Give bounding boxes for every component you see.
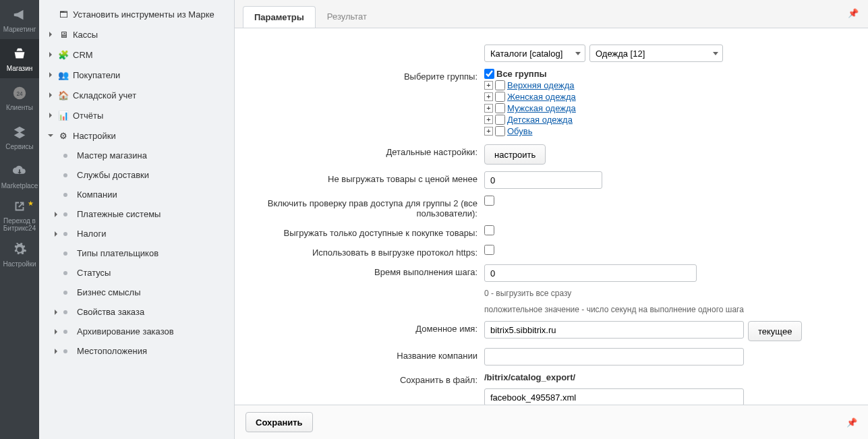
chevron-right-icon: [53, 231, 59, 237]
chevron-right-icon: [47, 51, 54, 58]
group-link[interactable]: Мужская одежда: [507, 103, 576, 113]
tree-item-inventory[interactable]: 🏠 Складской учет: [39, 85, 234, 105]
rail-label: Клиенты: [6, 104, 33, 111]
group-link[interactable]: Детская одежда: [507, 115, 573, 125]
current-button[interactable]: текущее: [748, 321, 802, 341]
group2-checkbox[interactable]: [484, 196, 494, 206]
rail-label: Магазин: [7, 65, 33, 72]
save-button[interactable]: Сохранить: [245, 412, 313, 432]
company-input[interactable]: [484, 348, 744, 365]
rail-label: Маркетинг: [3, 26, 36, 33]
https-label: Использовать в выгрузке протокол https:: [247, 245, 484, 258]
min-price-label: Не выгружать товары с ценой менее: [247, 171, 484, 184]
chevron-right-icon: [47, 71, 54, 78]
basket-icon: [11, 46, 28, 62]
tree-sub-statuses[interactable]: Статусы: [39, 263, 234, 283]
tree-label: Службы доставки: [77, 170, 149, 180]
tree-item-cashbox[interactable]: 🖥 Кассы: [39, 24, 234, 45]
all-groups-checkbox[interactable]: [484, 69, 494, 79]
rail-item-clients[interactable]: 24 Клиенты: [0, 78, 39, 117]
rail-item-services[interactable]: Сервисы: [0, 117, 39, 156]
tab-result[interactable]: Результат: [316, 5, 378, 27]
tree-label: Архивирование заказов: [77, 326, 174, 336]
bullet-icon: [63, 212, 67, 216]
rail-item-marketplace[interactable]: Marketplace: [0, 156, 39, 196]
tab-parameters[interactable]: Параметры: [243, 6, 316, 28]
groups-label: Выберите группы:: [247, 69, 484, 82]
pin-icon[interactable]: 📌: [846, 417, 857, 428]
expand-icon[interactable]: +: [484, 115, 493, 124]
tree-item-reports[interactable]: 📊 Отчёты: [39, 105, 234, 125]
tree-sub-delivery[interactable]: Службы доставки: [39, 165, 234, 185]
rail-label: Переход в Битрикс24: [0, 217, 39, 232]
pin-icon[interactable]: 📌: [848, 8, 859, 18]
cloud-icon: [11, 163, 28, 179]
bullet-icon: [63, 154, 67, 158]
tree-sub-payment-systems[interactable]: Платежные системы: [39, 204, 234, 224]
only-available-checkbox[interactable]: [484, 225, 494, 235]
bullet-icon: [63, 173, 67, 177]
catalog-select[interactable]: Каталоги [catalog]: [484, 45, 585, 62]
tree-label: Свойства заказа: [77, 307, 144, 317]
expand-icon[interactable]: +: [484, 81, 493, 90]
tree-sub-business-meaning[interactable]: Бизнес смыслы: [39, 283, 234, 302]
step-time-label: Время выполнения шага:: [247, 264, 484, 277]
domain-input[interactable]: [484, 321, 744, 339]
only-available-label: Выгружать только доступные к покупке тов…: [247, 225, 484, 238]
expand-icon[interactable]: +: [484, 92, 493, 101]
tree-sub-archive-orders[interactable]: Архивирование заказов: [39, 322, 234, 341]
tree-item-crm[interactable]: 🧩 CRM: [39, 45, 234, 65]
group-checkbox[interactable]: [495, 126, 505, 136]
chart-icon: 📊: [58, 110, 69, 121]
tree-item-settings[interactable]: ⚙ Настройки: [39, 125, 234, 146]
group-link[interactable]: Женская одежда: [507, 92, 576, 102]
group-checkbox[interactable]: [495, 103, 505, 113]
rail-item-settings[interactable]: Настройки: [0, 235, 39, 274]
group-link[interactable]: Верхняя одежда: [507, 80, 574, 90]
tree-label: Покупатели: [73, 70, 120, 80]
all-groups-label: Все группы: [496, 69, 547, 79]
bullet-icon: [63, 349, 67, 353]
tree-sub-payer-types[interactable]: Типы плательщиков: [39, 243, 234, 263]
step-time-input[interactable]: [484, 264, 697, 282]
chevron-down-icon: [47, 132, 54, 139]
external-icon: [11, 198, 28, 214]
expand-icon[interactable]: +: [484, 104, 493, 113]
tree-menu: 🗔 Установить инструменты из Марке 🖥 Касс…: [39, 0, 235, 439]
group-checkbox[interactable]: [495, 92, 505, 102]
megaphone-icon: [11, 7, 28, 23]
group-link[interactable]: Обувь: [507, 126, 532, 136]
gear-icon: ⚙: [58, 130, 69, 141]
min-price-input[interactable]: [484, 171, 602, 189]
chevron-right-icon: [47, 31, 54, 38]
save-path: /bitrix/catalog_export/: [484, 372, 575, 382]
tree-item-customers[interactable]: 👥 Покупатели: [39, 65, 234, 85]
tree-label: Установить инструменты из Марке: [73, 9, 214, 20]
group-checkbox[interactable]: [495, 80, 505, 90]
tree-label: Бизнес смыслы: [77, 287, 141, 297]
configure-button[interactable]: настроить: [484, 144, 546, 165]
chevron-right-icon: [47, 11, 54, 18]
tree-label: Местоположения: [77, 346, 147, 356]
rail-item-bitrix24[interactable]: ★ Переход в Битрикс24: [0, 196, 39, 235]
tree-sub-store-wizard[interactable]: Мастер магазина: [39, 146, 234, 165]
tree-sub-companies[interactable]: Компании: [39, 185, 234, 204]
expand-icon[interactable]: +: [484, 127, 493, 136]
tree-item-marketplace-tools[interactable]: 🗔 Установить инструменты из Марке: [39, 4, 234, 24]
tree-sub-order-props[interactable]: Свойства заказа: [39, 302, 234, 322]
tree-sub-taxes[interactable]: Налоги: [39, 224, 234, 243]
https-checkbox[interactable]: [484, 245, 494, 255]
rail-item-marketing[interactable]: Маркетинг: [0, 0, 39, 39]
group-checkbox[interactable]: [495, 115, 505, 125]
tree-label: Статусы: [77, 268, 111, 278]
tree-sub-locations[interactable]: Местоположения: [39, 341, 234, 361]
tree-label: Складской учет: [73, 90, 136, 100]
save-file-input[interactable]: [484, 388, 744, 405]
clients-icon: 24: [11, 85, 28, 101]
star-icon: ★: [28, 200, 34, 207]
chevron-right-icon: [53, 328, 59, 335]
rail-item-shop[interactable]: Магазин: [0, 39, 39, 78]
bullet-icon: [63, 193, 67, 197]
group2-label: Включить проверку прав доступа для групп…: [247, 196, 484, 218]
item-select[interactable]: Одежда [12]: [589, 45, 723, 62]
